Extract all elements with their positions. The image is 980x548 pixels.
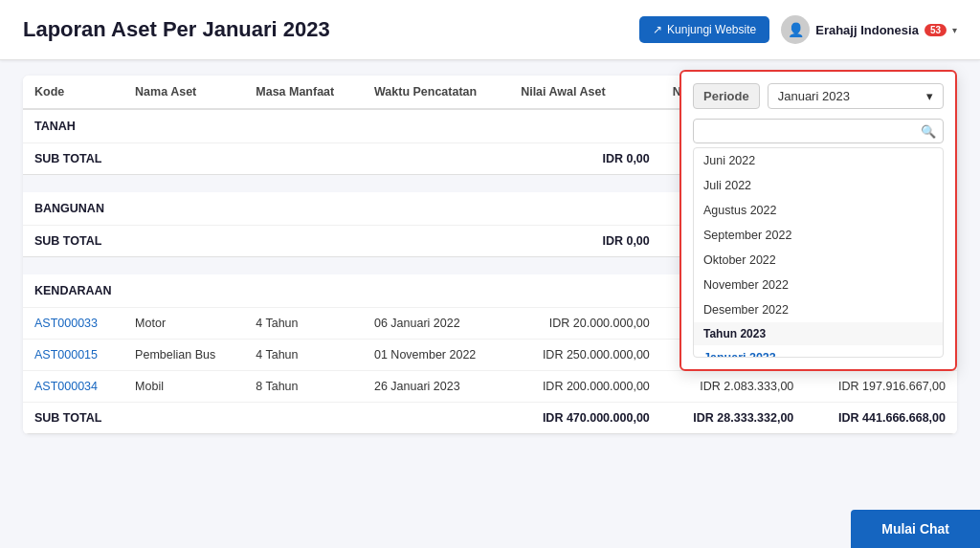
table-row: AST000034 Mobil 8 Tahun 26 Januari 2023 … [23,371,957,403]
notification-badge: 53 [924,24,947,36]
btn-website-label: Kunjungi Website [667,23,756,36]
page-title: Laporan Aset Per Januari 2023 [23,17,330,42]
external-link-icon: ↗ [653,23,662,36]
periode-filter-box: Periode Januari 2023 ▾ 🔍 Juni 2022Juli 2… [679,70,957,371]
header: Laporan Aset Per Januari 2023 ↗ Kunjungi… [0,0,980,60]
cell-masa: 4 Tahun [244,308,363,340]
cell-waktu: 06 Januari 2022 [363,308,509,340]
cell-nilai-awal: IDR 20.000.000,00 [509,308,661,340]
cell-masa: 8 Tahun [244,371,363,403]
visit-website-button[interactable]: ↗ Kunjungi Website [639,16,769,43]
periode-label: Periode [693,83,760,109]
cell-nama: Mobil [123,371,244,403]
dropdown-item[interactable]: November 2022 [694,273,943,297]
subtotal-row: SUB TOTAL IDR 470.000.000,00 IDR 28.333.… [23,403,957,434]
header-right: ↗ Kunjungi Website 👤 Erahajj Indonesia 5… [639,15,957,44]
cell-kode[interactable]: AST000033 [23,308,123,340]
avatar: 👤 [781,15,810,44]
subtotal-nilai-awal: IDR 0,00 [509,143,661,175]
col-waktu: Waktu Pencatatan [363,76,509,109]
col-nilai-awal: Nilai Awal Aset [509,76,661,109]
dropdown-item[interactable]: Juni 2022 [694,148,943,173]
dropdown-item[interactable]: Agustus 2022 [694,198,943,223]
user-name: Erahajj Indonesia [815,23,919,37]
dropdown-item[interactable]: Oktober 2022 [694,248,943,273]
main-content: Periode Januari 2023 ▾ 🔍 Juni 2022Juli 2… [0,60,980,449]
cell-nilai-buku: IDR 197.916.667,00 [805,371,957,403]
dropdown-item[interactable]: Desember 2022 [694,297,943,322]
periode-select[interactable]: Januari 2023 ▾ [768,83,944,109]
selected-periode: Januari 2023 [778,89,850,103]
subtotal-nilai-awal: IDR 0,00 [509,226,661,257]
cell-nama: Pembelian Bus [123,340,244,371]
subtotal-nilai-awal: IDR 470.000.000,00 [509,403,661,434]
subtotal-col3: IDR 441.666.668,00 [805,403,957,434]
cell-kode[interactable]: AST000015 [23,340,123,371]
chevron-down-icon: ▾ [926,89,933,103]
cell-waktu: 01 November 2022 [363,340,509,371]
search-icon: 🔍 [921,124,936,139]
dropdown-group-header: Tahun 2023 [694,322,943,345]
cell-nilai-de: IDR 2.083.333,00 [661,371,806,403]
cell-kode[interactable]: AST000034 [23,371,123,403]
subtotal-nilai-de: IDR 28.333.332,00 [661,403,806,434]
cell-masa: 4 Tahun [244,340,363,371]
search-wrapper: 🔍 [693,119,944,147]
col-kode: Kode [23,76,123,109]
dropdown-search-input[interactable] [693,119,944,143]
cell-nilai-awal: IDR 200.000.000,00 [509,371,661,403]
cell-waktu: 26 Januari 2023 [363,371,509,403]
col-nama: Nama Aset [123,76,244,109]
col-masa: Masa Manfaat [244,76,363,109]
subtotal-label: SUB TOTAL [23,226,509,257]
dropdown-item[interactable]: Januari 2023 [694,345,943,358]
dropdown-list: Juni 2022Juli 2022Agustus 2022September … [693,147,944,358]
subtotal-label: SUB TOTAL [23,143,509,175]
cell-nilai-awal: IDR 250.000.000,00 [509,340,661,371]
dropdown-item[interactable]: September 2022 [694,223,943,248]
filter-row: Periode Januari 2023 ▾ [693,83,944,109]
dropdown-item[interactable]: Juli 2022 [694,173,943,198]
subtotal-label: SUB TOTAL [23,403,509,434]
cell-nama: Motor [123,308,244,340]
user-info[interactable]: 👤 Erahajj Indonesia 53 ▾ [781,15,957,44]
chevron-down-icon: ▾ [952,25,957,35]
